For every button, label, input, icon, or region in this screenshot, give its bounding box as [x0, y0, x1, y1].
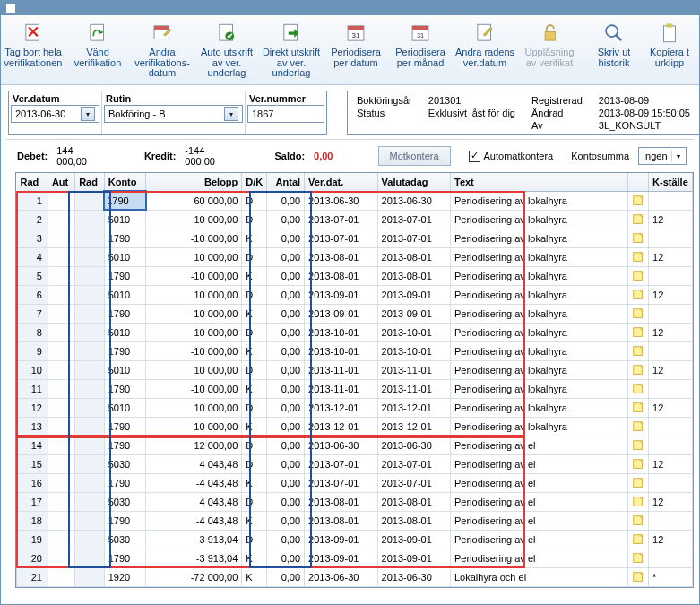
kontosumma-select[interactable]: Ingen▾ [638, 147, 687, 165]
cell[interactable] [48, 567, 74, 586]
cell[interactable]: 16 [17, 473, 48, 492]
cell[interactable]: 2013-06-30 [305, 567, 377, 586]
cell[interactable]: 12 [649, 454, 693, 473]
cell[interactable]: 2013-11-01 [305, 360, 377, 379]
table-row[interactable]: 1750304 043,48D0,002013-08-012013-08-01P… [17, 492, 693, 511]
cell[interactable]: 2 [17, 210, 48, 229]
note-icon[interactable] [632, 364, 644, 376]
cell[interactable]: 8 [17, 323, 48, 341]
cell[interactable] [48, 454, 74, 473]
cell[interactable]: 5010 [104, 285, 146, 304]
verdatum-input[interactable]: 2013-06-30 ▾ [11, 105, 99, 123]
table-row[interactable]: 1950303 913,04D0,002013-09-012013-09-01P… [17, 530, 693, 549]
cell[interactable]: 10 000,00 [146, 323, 242, 341]
cell[interactable]: 0,00 [267, 530, 305, 549]
dropdown-icon[interactable]: ▾ [224, 107, 238, 121]
cell[interactable] [627, 473, 648, 492]
cell[interactable] [627, 323, 648, 341]
cell[interactable]: 2013-07-01 [305, 210, 377, 229]
cell[interactable]: 2013-12-01 [305, 398, 377, 417]
cell[interactable]: Periodisering av el [450, 530, 627, 549]
cell[interactable]: 1790 [104, 379, 146, 398]
cell[interactable] [75, 285, 105, 304]
cell[interactable] [48, 360, 74, 379]
dropdown-icon[interactable]: ▾ [81, 107, 95, 121]
cell[interactable]: K [242, 511, 267, 530]
cell[interactable] [627, 417, 648, 436]
cell[interactable]: 2013-10-01 [377, 341, 450, 360]
cell[interactable]: 3 [17, 229, 48, 247]
note-icon[interactable] [632, 270, 644, 282]
cell[interactable] [48, 304, 74, 323]
cell[interactable]: D [242, 436, 267, 454]
cell[interactable]: K [242, 567, 267, 586]
cell[interactable]: 2013-09-01 [305, 304, 377, 323]
note-icon[interactable] [632, 514, 644, 527]
cell[interactable] [627, 436, 648, 454]
table-row[interactable]: 1179060 000,00D0,002013-06-302013-06-30P… [17, 191, 693, 210]
cell[interactable]: 0,00 [267, 398, 305, 417]
cell[interactable]: 2013-12-01 [377, 417, 450, 436]
cell[interactable]: -10 000,00 [146, 266, 242, 285]
cell[interactable]: 0,00 [267, 210, 305, 229]
table-row[interactable]: 2501010 000,00D0,002013-07-012013-07-01P… [17, 210, 693, 229]
cell[interactable]: 1790 [104, 341, 146, 360]
cell[interactable]: 1790 [104, 229, 146, 247]
cell[interactable]: Periodisering av lokalhyra [450, 229, 627, 247]
cell[interactable] [75, 247, 105, 266]
cell[interactable]: 2013-09-01 [305, 530, 377, 549]
cell[interactable]: 3 913,04 [146, 530, 242, 549]
col-valuta[interactable]: Valutadag [377, 173, 450, 191]
cell[interactable]: Periodisering av lokalhyra [450, 379, 627, 398]
cell[interactable]: 1790 [104, 511, 146, 530]
cell[interactable]: 2013-09-01 [305, 549, 377, 567]
change-verification-date-button[interactable]: Ändraverifikations-datum [130, 17, 194, 84]
cell[interactable]: -3 913,04 [146, 549, 242, 567]
cell[interactable]: 1790 [104, 473, 146, 492]
cell[interactable]: 0,00 [267, 473, 305, 492]
cell[interactable]: 1790 [104, 436, 146, 454]
cell[interactable]: 7 [17, 304, 48, 323]
cell[interactable] [627, 549, 648, 567]
cell[interactable]: 9 [17, 341, 48, 360]
cell[interactable]: 5010 [104, 210, 146, 229]
cell[interactable]: 2013-07-01 [377, 473, 450, 492]
cell[interactable]: 0,00 [267, 285, 305, 304]
cell[interactable]: 2013-06-30 [305, 191, 377, 210]
cell[interactable] [627, 454, 648, 473]
cell[interactable]: Periodisering av lokalhyra [450, 323, 627, 341]
cell[interactable]: 1790 [104, 191, 146, 210]
col-note[interactable] [627, 173, 648, 191]
cell[interactable]: 17 [17, 492, 48, 511]
cell[interactable]: 1920 [104, 567, 146, 586]
cell[interactable]: Periodisering av el [450, 454, 627, 473]
table-row[interactable]: 6501010 000,00D0,002013-09-012013-09-01P… [17, 285, 693, 304]
cell[interactable] [75, 360, 105, 379]
cell[interactable] [627, 304, 648, 323]
cell[interactable]: 2013-08-01 [305, 511, 377, 530]
cell[interactable] [649, 229, 693, 247]
cell[interactable]: 12 [649, 323, 693, 341]
cell[interactable] [649, 473, 693, 492]
cell[interactable] [75, 511, 105, 530]
cell[interactable]: Lokalhyra och el [450, 567, 627, 586]
cell[interactable]: 10 000,00 [146, 285, 242, 304]
note-icon[interactable] [632, 307, 644, 320]
cell[interactable] [627, 191, 648, 210]
cell[interactable]: -10 000,00 [146, 304, 242, 323]
cell[interactable]: 10 000,00 [146, 398, 242, 417]
cell[interactable]: Periodisering av el [450, 436, 627, 454]
cell[interactable]: 12 [649, 247, 693, 266]
ledger-grid[interactable]: Rad Aut Rad Konto Belopp D/K Antal Ver.d… [15, 172, 694, 588]
cell[interactable]: 2013-08-01 [377, 492, 450, 511]
cell[interactable]: 0,00 [267, 417, 305, 436]
cell[interactable] [48, 549, 74, 567]
cell[interactable]: Periodisering av el [450, 549, 627, 567]
cell[interactable]: Periodisering av lokalhyra [450, 247, 627, 266]
cell[interactable]: 5010 [104, 247, 146, 266]
periodisera-date-button[interactable]: 31 Periodiseraper datum [324, 17, 388, 84]
cell[interactable] [48, 436, 74, 454]
table-row[interactable]: 8501010 000,00D0,002013-10-012013-10-01P… [17, 323, 693, 341]
cell[interactable]: 0,00 [267, 247, 305, 266]
table-row[interactable]: 131790-10 000,00K0,002013-12-012013-12-0… [17, 417, 693, 436]
